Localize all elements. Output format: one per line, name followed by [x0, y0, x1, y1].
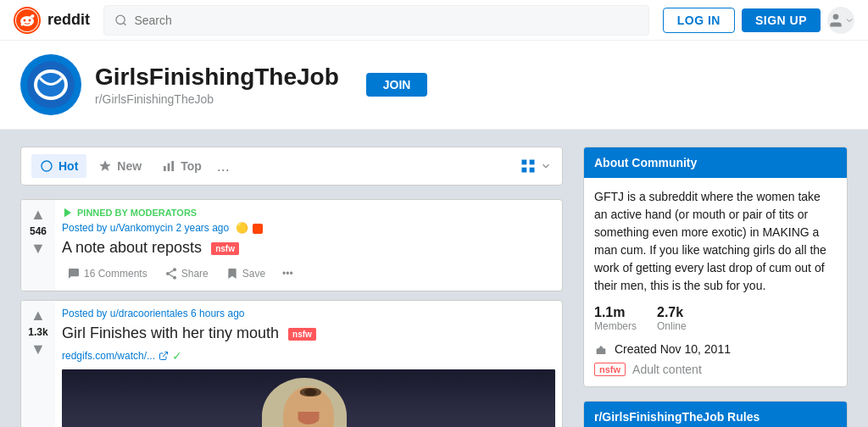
- svg-rect-19: [522, 168, 527, 173]
- about-community-card: About Community GFTJ is a subreddit wher…: [583, 147, 848, 387]
- post-thumbnail[interactable]: [62, 369, 555, 427]
- svg-line-26: [163, 352, 168, 358]
- downvote-button-2[interactable]: ▼: [31, 341, 46, 357]
- sparkle-icon: [98, 159, 112, 173]
- search-bar[interactable]: [103, 5, 649, 36]
- post-title-2[interactable]: Girl Finishes with her tiny mouth nsfw: [62, 324, 555, 342]
- post-meta-2: Posted by u/dracoorientales 6 hours ago: [62, 308, 555, 319]
- post-author-link[interactable]: Posted by u/Vankomycin 2 years ago: [62, 222, 229, 234]
- sort-new-label: New: [117, 159, 142, 173]
- sort-bar: Hot New Top ...: [20, 147, 563, 186]
- stats-row: 1.1m Members 2.7k Online: [594, 305, 837, 332]
- nsfw-badge-pinned: nsfw: [211, 242, 239, 255]
- logo-text: reddit: [47, 11, 90, 29]
- rules-card: r/GirlsFinishingTheJob Rules 1. Submissi…: [583, 401, 848, 427]
- external-link-icon: [159, 351, 169, 361]
- cake-icon: [594, 342, 608, 356]
- link-text: redgifs.com/watch/...: [62, 350, 155, 362]
- post-meta-pinned: Posted by u/Vankomycin 2 years ago 🟡: [62, 222, 555, 234]
- svg-rect-15: [168, 164, 170, 171]
- main-content: Hot New Top ...: [0, 130, 868, 427]
- chevron-down-icon: [540, 160, 552, 172]
- svg-line-24: [169, 274, 173, 277]
- thumbnail-content: [62, 369, 555, 427]
- header-right: LOG IN SIGN UP: [663, 7, 854, 34]
- feed: Hot New Top ...: [20, 147, 563, 427]
- online-label: Online: [657, 320, 687, 332]
- bar-chart-icon: [162, 159, 175, 173]
- members-label: Members: [594, 320, 637, 332]
- comment-icon: [67, 267, 81, 280]
- pinned-badge: PINNED BY MODERATORS: [62, 207, 555, 219]
- vote-column: ▲ 546 ▼: [21, 200, 55, 291]
- subreddit-logo-icon: [27, 61, 75, 108]
- online-count: 2.7k: [657, 305, 687, 320]
- svg-point-7: [21, 23, 24, 25]
- members-stat: 1.1m Members: [594, 305, 637, 332]
- nsfw-row: nsfw Adult content: [594, 363, 837, 376]
- pinned-label: PINNED BY MODERATORS: [77, 208, 197, 218]
- login-button[interactable]: LOG IN: [663, 8, 735, 33]
- adult-content-label: Adult content: [632, 363, 702, 376]
- svg-rect-14: [164, 166, 166, 171]
- about-text: GFTJ is a subreddit where the women take…: [594, 188, 837, 295]
- more-options-button[interactable]: •••: [277, 264, 298, 283]
- svg-rect-27: [598, 348, 603, 349]
- sort-top-label: Top: [181, 159, 202, 173]
- sort-more-button[interactable]: ...: [217, 158, 230, 175]
- subreddit-info: GirlsFinishingTheJob r/GirlsFinishingThe…: [95, 64, 339, 106]
- rules-header: r/GirlsFinishingTheJob Rules: [584, 402, 847, 427]
- about-community-header: About Community: [584, 147, 847, 178]
- post-card-2: ▲ 1.3k ▼ Posted by u/dracoorientales 6 h…: [20, 300, 563, 427]
- upvote-button[interactable]: ▲: [31, 207, 46, 222]
- post-card-pinned: ▲ 546 ▼ PINNED BY MODERATORS Posted by u…: [20, 199, 563, 291]
- flame-icon: [40, 159, 53, 173]
- grid-view-icon: [520, 158, 537, 175]
- join-button[interactable]: JOIN: [366, 73, 428, 97]
- svg-rect-17: [522, 160, 527, 165]
- share-icon: [164, 267, 178, 280]
- subreddit-title: GirlsFinishingTheJob: [95, 64, 339, 91]
- downvote-button[interactable]: ▼: [31, 241, 46, 256]
- save-button-pinned[interactable]: Save: [220, 263, 270, 284]
- share-button-pinned[interactable]: Share: [159, 263, 214, 284]
- search-input[interactable]: [134, 14, 637, 27]
- post-author-link-2[interactable]: Posted by u/dracoorientales 6 hours ago: [62, 308, 244, 319]
- post-actions-pinned: 16 Comments Share Sa: [62, 263, 555, 284]
- vote-count: 546: [30, 225, 47, 237]
- comments-button[interactable]: 16 Comments: [62, 263, 153, 284]
- sidebar: About Community GFTJ is a subreddit wher…: [583, 147, 848, 427]
- sort-top-button[interactable]: Top: [153, 154, 210, 178]
- post-title-pinned[interactable]: A note about reposts nsfw: [62, 239, 555, 257]
- user-icon: [827, 12, 844, 29]
- post-link[interactable]: redgifs.com/watch/... ✓: [62, 349, 555, 363]
- signup-button[interactable]: SIGN UP: [742, 8, 821, 32]
- header: reddit LOG IN SIGN UP: [0, 0, 868, 41]
- svg-rect-20: [530, 168, 535, 173]
- sort-hot-button[interactable]: Hot: [31, 154, 86, 178]
- vote-count-2: 1.3k: [28, 326, 47, 338]
- svg-point-8: [116, 15, 125, 24]
- view-toggle[interactable]: [520, 158, 552, 175]
- search-icon: [114, 14, 127, 27]
- post-body-pinned: PINNED BY MODERATORS Posted by u/Vankomy…: [55, 200, 562, 291]
- nsfw-badge-2: nsfw: [288, 328, 316, 341]
- svg-rect-16: [171, 161, 174, 171]
- online-stat: 2.7k Online: [657, 305, 687, 332]
- svg-point-22: [166, 272, 170, 275]
- subreddit-sub-name: r/GirlsFinishingTheJob: [95, 92, 339, 106]
- subreddit-banner: GirlsFinishingTheJob r/GirlsFinishingThe…: [0, 41, 868, 130]
- sort-hot-label: Hot: [58, 159, 78, 173]
- user-menu[interactable]: [827, 7, 854, 34]
- share-label-pinned: Share: [181, 268, 209, 280]
- sort-new-button[interactable]: New: [90, 154, 150, 178]
- svg-point-4: [24, 19, 26, 21]
- upvote-button-2[interactable]: ▲: [31, 308, 46, 323]
- save-label-pinned: Save: [242, 268, 265, 280]
- svg-point-21: [173, 268, 176, 271]
- svg-rect-18: [530, 160, 535, 165]
- ellipsis-icon: •••: [282, 268, 293, 280]
- svg-marker-13: [100, 160, 111, 171]
- nsfw-label: nsfw: [594, 363, 626, 376]
- logo-area[interactable]: reddit: [14, 7, 90, 34]
